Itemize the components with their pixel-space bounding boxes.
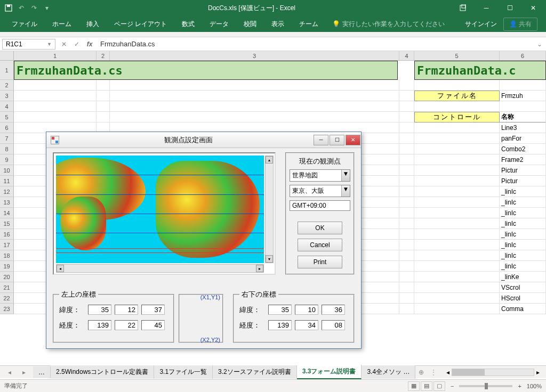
row-header[interactable]: 6 [0,123,14,133]
col-header-1[interactable]: 1 [14,51,97,60]
close-button[interactable]: ✕ [523,1,544,15]
map-vscrollbar[interactable]: ▴ ▾ [265,156,274,263]
dialog-maximize-button[interactable]: ☐ [330,135,344,145]
sheet-tab[interactable]: 3.4全メソッ … [362,365,415,379]
add-sheet-button[interactable]: ⊕ [415,369,427,376]
zoom-level[interactable]: 100% [527,383,542,389]
city-combo[interactable]: 東京、大阪▼ [290,185,350,197]
row-header[interactable]: 7 [0,133,14,144]
col-header-2[interactable]: 2 [97,51,110,60]
row-header[interactable]: 2 [0,80,14,91]
name-box[interactable]: R1C1 ▼ [2,39,55,50]
row-header[interactable]: 19 [0,261,14,272]
row-header[interactable]: 5 [0,112,14,123]
page-break-view-icon[interactable]: ▢ [433,381,445,391]
select-all-corner[interactable] [0,51,14,60]
sheet-tab[interactable]: 2.5Windowsコントロール定義書 [51,365,154,379]
qat-customize-icon[interactable]: ▾ [43,4,51,12]
page-layout-view-icon[interactable]: ▤ [421,381,432,391]
tellme-text[interactable]: 実行したい作業を入力してください [342,20,445,29]
redo-icon[interactable]: ↷ [30,4,38,12]
normal-view-icon[interactable]: ▦ [408,381,420,391]
merged-title-cell-b[interactable]: FrmzuhanData.c [414,61,546,80]
undo-icon[interactable]: ↶ [17,4,26,12]
col-header-4[interactable]: 4 [399,51,414,60]
lat-sec-input[interactable]: 36 [322,305,345,315]
dropdown-icon[interactable]: ▼ [341,185,350,197]
tab-team[interactable]: チーム [292,17,326,32]
ok-button[interactable]: OK [298,222,342,234]
save-icon[interactable] [4,4,13,12]
col-header-5[interactable]: 5 [414,51,500,60]
zoom-slider[interactable] [459,385,512,387]
row-header[interactable]: 1 [0,61,14,80]
enter-formula-icon[interactable]: ✓ [70,40,83,48]
map-type-combo[interactable]: 世界地図▼ [290,169,350,182]
row-header[interactable]: 14 [0,208,14,218]
sheet-tab-active[interactable]: 3.3フォーム説明書 [297,365,362,379]
row-header[interactable]: 12 [0,186,14,197]
row-header[interactable]: 4 [0,101,14,112]
col-header-6[interactable]: 6 [500,51,546,60]
lat-deg-input[interactable]: 35 [88,305,111,315]
merged-title-cell-a[interactable]: FrmzuhanData.cs [14,61,398,80]
tab-split-handle[interactable]: ⋮ [427,369,440,376]
row-header[interactable]: 18 [0,250,14,261]
sheet-tab[interactable]: 3.2ソースファイル説明書 [213,365,297,379]
sheet-nav-last-icon[interactable]: ▸ [22,369,26,376]
maximize-button[interactable]: ☐ [499,1,520,15]
tab-home[interactable]: ホーム [45,17,79,32]
formula-expand-icon[interactable]: ⌄ [533,40,546,48]
row-header[interactable]: 17 [0,240,14,250]
lon-min-input[interactable]: 22 [115,320,138,330]
row-header[interactable]: 23 [0,304,14,314]
hscroll-left-icon[interactable]: ◂ [444,369,452,376]
sheet-tab[interactable]: 3.1ファイル一覧 [154,365,213,379]
lat-deg-input[interactable]: 35 [268,305,292,315]
row-header[interactable]: 22 [0,293,14,304]
hscrollbar[interactable] [452,369,534,376]
lon-sec-input[interactable]: 45 [141,320,165,330]
row-header[interactable]: 11 [0,176,14,186]
dialog-minimize-button[interactable]: ─ [314,135,328,145]
lat-min-input[interactable]: 10 [295,305,318,315]
gmt-field[interactable]: GMT+09:00 [290,200,350,211]
tab-review[interactable]: 校閲 [236,17,264,32]
cancel-button[interactable]: Cancel [298,239,342,251]
lon-sec-input[interactable]: 08 [322,320,345,330]
scroll-up-icon[interactable]: ▴ [266,156,273,164]
row-header[interactable]: 10 [0,165,14,176]
sheet-tab-more[interactable]: … [33,366,51,378]
world-map[interactable] [56,156,264,263]
print-button[interactable]: Print [298,256,342,268]
zoom-out-button[interactable]: − [451,383,454,389]
dialog-close-button[interactable]: ✕ [346,135,360,145]
ribbon-options-icon[interactable] [452,1,473,15]
tab-formulas[interactable]: 数式 [174,17,202,32]
sheet-nav-first-icon[interactable]: ◂ [8,369,11,376]
signin-link[interactable]: サインイン [465,20,497,29]
share-button[interactable]: 👤 共有 [503,18,537,31]
lat-sec-input[interactable]: 37 [141,305,165,315]
map-hscrollbar[interactable]: ◂ ▸ [56,264,264,273]
zoom-in-button[interactable]: + [518,383,521,389]
name-box-dropdown-icon[interactable]: ▼ [47,42,52,47]
hscroll-right-icon[interactable]: ▸ [534,369,542,376]
col-header-3[interactable]: 3 [110,51,399,60]
lon-deg-input[interactable]: 139 [88,320,111,330]
row-header[interactable]: 21 [0,282,14,293]
row-header[interactable]: 3 [0,91,14,101]
minimize-button[interactable]: ─ [476,1,497,15]
row-header[interactable]: 13 [0,197,14,208]
lon-min-input[interactable]: 34 [295,320,318,330]
row-header[interactable]: 16 [0,229,14,240]
formula-input[interactable] [96,39,533,49]
row-header[interactable]: 20 [0,272,14,282]
tab-pagelayout[interactable]: ページ レイアウト [107,17,174,32]
control-header[interactable]: コントロール [414,112,500,123]
tab-file[interactable]: ファイル [4,17,45,32]
tab-data[interactable]: データ [202,17,236,32]
lat-min-input[interactable]: 12 [115,305,138,315]
tab-insert[interactable]: 挿入 [79,17,107,32]
fx-icon[interactable]: fx [83,40,96,48]
